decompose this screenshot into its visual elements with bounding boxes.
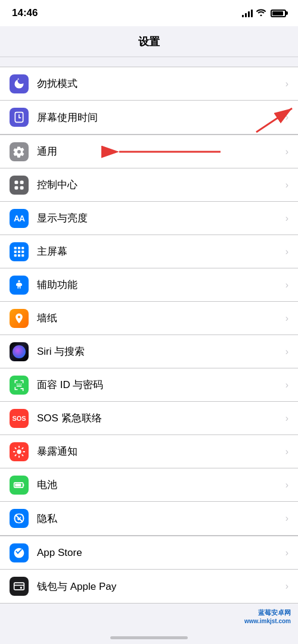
appstore-label: App Store	[37, 547, 282, 559]
siri-label: Siri 与搜索	[37, 345, 282, 358]
wallet-label: 钱包与 Apple Pay	[37, 580, 282, 593]
svg-rect-14	[14, 250, 17, 252]
nav-title: 设置	[138, 35, 160, 49]
settings-item-exposure[interactable]: 暴露通知 ›	[0, 435, 298, 468]
section-2: 通用 › 控制中心 ›	[0, 135, 298, 536]
chevron-icon: ›	[285, 112, 288, 123]
battery-setting-icon	[10, 476, 29, 495]
chevron-icon: ›	[285, 280, 288, 290]
settings-item-wallpaper[interactable]: 墙纸 ›	[0, 302, 298, 335]
sos-icon: SOS	[10, 409, 29, 428]
settings-item-general[interactable]: 通用 ›	[0, 135, 298, 168]
sos-label: SOS 紧急联络	[37, 411, 282, 425]
settings-item-privacy[interactable]: 隐私 ›	[0, 502, 298, 535]
siri-icon	[10, 342, 29, 361]
svg-rect-9	[15, 186, 18, 189]
display-icon: AA	[10, 209, 29, 228]
wifi-icon	[256, 8, 266, 18]
privacy-icon	[10, 509, 29, 528]
section-group-3: App Store › 钱包与 Apple Pay ›	[0, 536, 298, 604]
svg-rect-10	[20, 186, 24, 189]
do-not-disturb-icon	[10, 74, 29, 93]
chevron-icon: ›	[285, 246, 288, 257]
chevron-icon: ›	[285, 480, 288, 490]
svg-rect-11	[14, 246, 17, 249]
control-center-icon	[10, 176, 29, 195]
screen-time-icon	[10, 108, 29, 127]
do-not-disturb-label: 勿扰模式	[37, 77, 282, 90]
accessibility-label: 辅助功能	[37, 278, 282, 292]
chevron-icon: ›	[285, 213, 288, 224]
signal-icon	[242, 9, 253, 17]
chevron-icon: ›	[285, 548, 288, 558]
settings-item-siri[interactable]: Siri 与搜索 ›	[0, 335, 298, 368]
settings-item-display[interactable]: AA 显示与亮度 ›	[0, 202, 298, 235]
settings-item-appstore[interactable]: App Store ›	[0, 536, 298, 570]
wallet-icon	[10, 577, 29, 596]
chevron-icon: ›	[285, 446, 288, 457]
svg-rect-24	[14, 583, 24, 590]
svg-rect-12	[18, 246, 20, 249]
chevron-icon: ›	[285, 180, 288, 190]
faceid-icon	[10, 376, 29, 395]
svg-rect-15	[18, 250, 20, 252]
svg-point-21	[17, 449, 21, 454]
privacy-label: 隐私	[37, 512, 282, 526]
svg-rect-7	[15, 180, 18, 184]
wallpaper-label: 墙纸	[37, 311, 282, 325]
faceid-label: 面容 ID 与密码	[37, 378, 282, 392]
general-icon	[10, 142, 29, 161]
svg-rect-17	[14, 254, 17, 257]
wallpaper-icon	[10, 309, 29, 328]
chevron-icon: ›	[285, 146, 288, 157]
exposure-label: 暴露通知	[37, 445, 282, 458]
svg-point-20	[18, 280, 20, 282]
chevron-icon: ›	[285, 313, 288, 324]
section-3: App Store › 钱包与 Apple Pay ›	[0, 536, 298, 604]
chevron-icon: ›	[285, 380, 288, 390]
battery-label: 电池	[37, 478, 282, 492]
screen-time-label: 屏幕使用时间	[37, 111, 282, 124]
svg-rect-18	[18, 254, 20, 257]
battery-icon	[271, 10, 286, 17]
home-screen-label: 主屏幕	[37, 245, 282, 258]
watermark: 蓝莓安卓网 www.imkjst.com	[0, 604, 298, 629]
home-screen-icon	[10, 242, 29, 261]
svg-rect-19	[21, 254, 24, 257]
chevron-icon: ›	[285, 581, 288, 592]
svg-rect-16	[21, 250, 24, 252]
settings-item-screen-time[interactable]: 屏幕使用时间 ›	[0, 101, 298, 134]
settings-item-home-screen[interactable]: 主屏幕 ›	[0, 235, 298, 268]
settings-item-battery[interactable]: 电池 ›	[0, 468, 298, 502]
time: 14:46	[12, 7, 38, 19]
home-indicator	[110, 636, 188, 639]
status-bar: 14:46	[0, 0, 298, 26]
settings-item-wallet[interactable]: 钱包与 Apple Pay ›	[0, 570, 298, 603]
display-label: 显示与亮度	[37, 211, 282, 225]
section-group-1: 勿扰模式 › 屏幕使用时间 ›	[0, 67, 298, 135]
exposure-icon	[10, 442, 29, 461]
section-group-2: 通用 › 控制中心 ›	[0, 135, 298, 536]
settings-item-faceid[interactable]: 面容 ID 与密码 ›	[0, 368, 298, 402]
general-label: 通用	[37, 145, 282, 158]
chevron-icon: ›	[285, 346, 288, 357]
settings-item-do-not-disturb[interactable]: 勿扰模式 ›	[0, 67, 298, 101]
settings-item-control-center[interactable]: 控制中心 ›	[0, 168, 298, 202]
svg-point-25	[20, 587, 22, 589]
control-center-label: 控制中心	[37, 178, 282, 192]
svg-rect-8	[20, 180, 24, 184]
chevron-icon: ›	[285, 79, 288, 89]
chevron-icon: ›	[285, 413, 288, 424]
settings-item-sos[interactable]: SOS SOS 紧急联络 ›	[0, 402, 298, 435]
svg-rect-23	[15, 483, 21, 486]
section-1: 勿扰模式 › 屏幕使用时间 ›	[0, 67, 298, 135]
status-icons	[242, 8, 286, 18]
accessibility-icon	[10, 276, 29, 295]
appstore-icon	[10, 543, 29, 562]
nav-bar: 设置	[0, 26, 298, 57]
chevron-icon: ›	[285, 513, 288, 524]
svg-rect-13	[21, 246, 24, 249]
settings-item-accessibility[interactable]: 辅助功能 ›	[0, 268, 298, 302]
